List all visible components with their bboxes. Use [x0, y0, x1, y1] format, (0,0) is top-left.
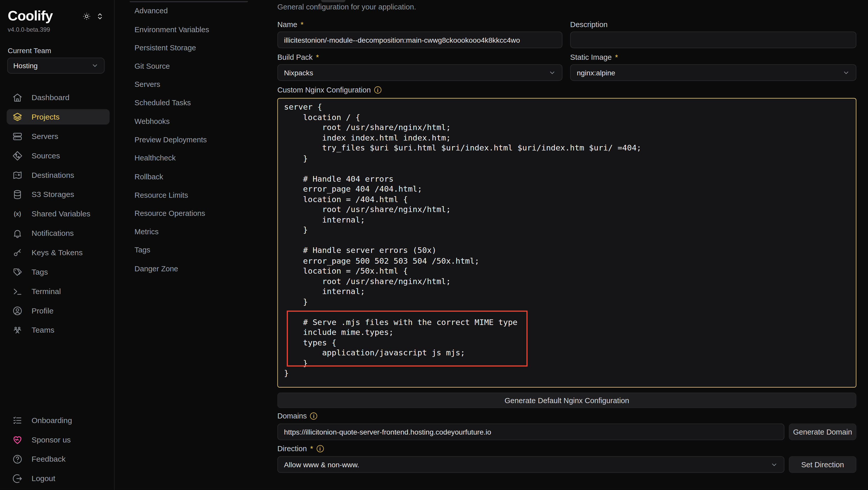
active-tab-fragment [321, 0, 345, 2]
app-version: v4.0.0-beta.399 [8, 26, 50, 33]
sidebar-item-label: Logout [32, 474, 56, 483]
nginx-config-label: Custom Nginx Configuration [277, 86, 381, 94]
sidebar-item-s3-storages[interactable]: S3 Storages [7, 186, 110, 202]
home-icon [12, 92, 23, 103]
sidebar-item-projects[interactable]: Projects [7, 109, 110, 125]
build-pack-select[interactable]: Nixpacks [277, 64, 562, 81]
users-icon [12, 325, 23, 335]
sidebar-item-label: Terminal [32, 287, 61, 296]
sidebar-item-label: Destinations [32, 171, 74, 179]
sidebar-item-label: Shared Variables [32, 209, 91, 218]
required-asterisk: * [301, 21, 304, 29]
chevrons-up-down-icon [95, 12, 105, 21]
info-icon[interactable] [374, 86, 381, 93]
sidebar-item-tags[interactable]: Tags [7, 264, 110, 280]
sidebar-item-dashboard[interactable]: Dashboard [7, 90, 110, 105]
sidebar-item-sponsor-us[interactable]: Sponsor us [7, 432, 110, 447]
database-icon [12, 189, 23, 200]
sidebar-item-label: Projects [32, 113, 60, 121]
subnav-item-scheduled-tasks[interactable]: Scheduled Tasks [135, 99, 191, 108]
user-circle-icon [12, 305, 23, 316]
sidebar-item-servers[interactable]: Servers [7, 128, 110, 144]
nginx-config-text: server { location / { root /usr/share/ng… [278, 99, 856, 382]
sidebar-collapse-button[interactable] [95, 12, 105, 21]
git-source-icon [12, 150, 23, 161]
required-asterisk: * [310, 445, 313, 453]
static-image-select[interactable]: nginx:alpine [570, 64, 856, 81]
sidebar-item-shared-variables[interactable]: (x) Shared Variables [7, 206, 110, 221]
sidebar-item-label: Keys & Tokens [32, 248, 83, 257]
subnav-item-healthcheck[interactable]: Healthcheck [135, 154, 176, 163]
sidebar-item-notifications[interactable]: Notifications [7, 225, 110, 241]
sidebar-item-logout[interactable]: Logout [7, 470, 110, 486]
domains-input[interactable] [277, 424, 784, 440]
name-label: Name* [277, 21, 304, 29]
subnav-item-resource-limits[interactable]: Resource Limits [135, 191, 188, 201]
page-description: General configuration for your applicati… [277, 3, 416, 11]
team-select-value: Hosting [13, 62, 38, 70]
required-asterisk: * [316, 53, 319, 62]
sidebar-item-feedback[interactable]: Feedback [7, 451, 110, 467]
subnav-item-resource-operations[interactable]: Resource Operations [135, 209, 205, 219]
nginx-config-editor[interactable]: server { location / { root /usr/share/ng… [277, 98, 857, 388]
subnav-item-metrics[interactable]: Metrics [135, 227, 159, 237]
sidebar-item-label: Servers [32, 132, 59, 141]
team-select[interactable]: Hosting [7, 58, 104, 73]
subnav-item-servers[interactable]: Servers [135, 80, 160, 90]
subnav-item-tags[interactable]: Tags [135, 246, 151, 255]
generate-domain-button[interactable]: Generate Domain [789, 424, 856, 440]
subnav-item-git-source[interactable]: Git Source [135, 62, 170, 71]
description-input[interactable] [570, 32, 856, 48]
chevron-down-icon [549, 69, 556, 76]
direction-select[interactable]: Allow www & non-www. [277, 456, 784, 473]
sidebar-item-onboarding[interactable]: Onboarding [7, 412, 110, 428]
sidebar-item-terminal[interactable]: Terminal [7, 283, 110, 299]
build-pack-select-value: Nixpacks [284, 68, 313, 77]
sidebar-item-destinations[interactable]: Destinations [7, 167, 110, 183]
static-image-select-value: nginx:alpine [577, 68, 615, 77]
subnav-item-webhooks[interactable]: Webhooks [135, 117, 170, 127]
chevron-down-icon [771, 461, 778, 468]
direction-select-value: Allow www & non-www. [284, 460, 359, 469]
map-icon [12, 170, 23, 180]
sidebar-item-sources[interactable]: Sources [7, 148, 110, 163]
bell-icon [12, 228, 23, 238]
description-label: Description [570, 21, 608, 29]
info-icon[interactable] [310, 412, 317, 420]
sidebar-item-keys-tokens[interactable]: Keys & Tokens [7, 245, 110, 260]
app-window: Coolify v4.0.0-beta.399 Current Team Hos… [0, 0, 868, 490]
layers-icon [12, 112, 23, 122]
subnav-item-preview-deployments[interactable]: Preview Deployments [135, 136, 207, 145]
set-direction-button[interactable]: Set Direction [789, 456, 856, 473]
sidebar-item-label: Teams [32, 326, 54, 334]
info-icon[interactable] [316, 445, 324, 452]
sidebar-item-label: Onboarding [32, 416, 72, 425]
terminal-icon [12, 286, 23, 296]
subnav-item-advanced[interactable]: Advanced [135, 7, 168, 16]
subnav-item-danger-zone[interactable]: Danger Zone [135, 265, 178, 274]
server-icon [12, 131, 23, 142]
theme-toggle-button[interactable] [82, 12, 91, 21]
sidebar-item-profile[interactable]: Profile [7, 303, 110, 318]
sidebar-item-label: Tags [32, 268, 48, 276]
subnav-item-environment-variables[interactable]: Environment Variables [135, 26, 209, 35]
sidebar-item-label: Sources [32, 151, 60, 160]
chevron-down-icon [842, 69, 849, 76]
svg-text:(x): (x) [14, 210, 21, 217]
checklist-icon [12, 415, 23, 425]
tags-icon [12, 267, 23, 277]
sidebar-item-label: Profile [32, 306, 54, 315]
name-input[interactable] [277, 32, 562, 48]
key-icon [12, 247, 23, 258]
sun-icon [82, 12, 91, 21]
subnav-top-divider [129, 1, 248, 2]
build-pack-label: Build Pack* [277, 53, 319, 62]
subnav-item-rollback[interactable]: Rollback [135, 173, 163, 182]
sidebar-item-label: Notifications [32, 228, 74, 238]
current-team-label: Current Team [8, 47, 51, 55]
sidebar-item-label: S3 Storages [32, 190, 74, 199]
sidebar-item-label: Feedback [32, 455, 66, 463]
sidebar-item-teams[interactable]: Teams [7, 322, 110, 338]
subnav-item-persistent-storage[interactable]: Persistent Storage [135, 44, 196, 53]
generate-default-nginx-button[interactable]: Generate Default Nginx Configuration [277, 392, 857, 408]
